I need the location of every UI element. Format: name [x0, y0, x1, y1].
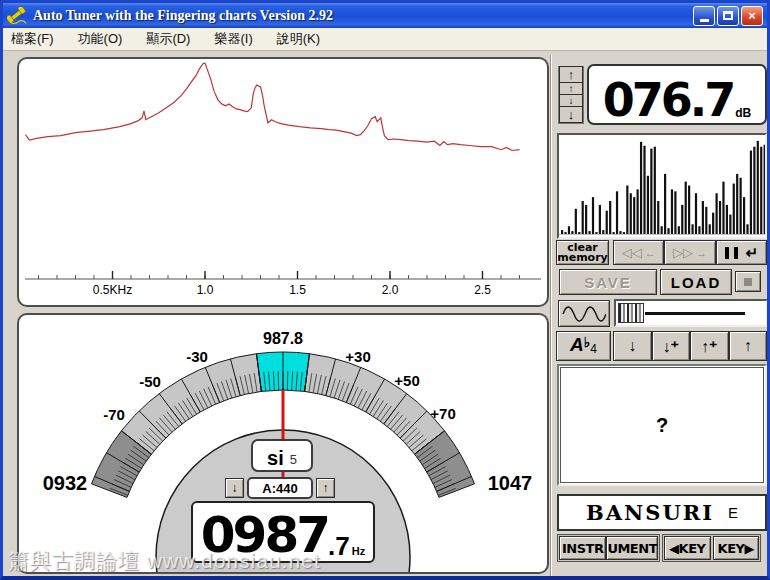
pitch-down-fine-button[interactable]: ↓⁺	[652, 331, 691, 361]
gauge-range-high: 1047	[488, 472, 533, 495]
rewind-button[interactable]: ◁◁ ←	[613, 240, 664, 265]
instrument-next-button[interactable]: UMENT	[606, 536, 658, 560]
note-octave: 5	[290, 452, 297, 467]
panel-divider	[550, 55, 552, 576]
gauge-label-minus70: -70	[103, 406, 125, 423]
gauge-range-low: 0932	[43, 472, 88, 495]
pitch-up-fine-button[interactable]: ↑⁺	[690, 331, 729, 361]
maximize-button[interactable]	[717, 6, 739, 26]
phone-icon	[7, 7, 27, 25]
close-button[interactable]: ×	[741, 6, 763, 26]
title-bar: Auto Tuner with the Fingering charts Ver…	[3, 3, 767, 28]
pitch-step-controls: ↓ ↓⁺ ↑⁺ ↑	[613, 331, 767, 361]
flat-icon: ♭	[584, 334, 591, 350]
level-history-graph	[557, 133, 767, 239]
db-level-display: 076.7 dB	[587, 64, 767, 125]
reference-pitch-display: A:440	[247, 477, 313, 499]
level-history-bars	[559, 135, 765, 237]
menu-instrument[interactable]: 樂器(I)	[214, 30, 252, 48]
svg-text:1.0: 1.0	[197, 283, 214, 297]
close-icon: ×	[748, 8, 756, 23]
tone-octave: 4	[590, 342, 597, 356]
frequency-unit: Hz	[352, 545, 365, 557]
pause-button[interactable]: ↵	[716, 240, 767, 265]
svg-text:1.5: 1.5	[289, 283, 306, 297]
rewind-icon: ◁◁	[622, 245, 642, 260]
pitch-down-button[interactable]: ↓	[613, 331, 652, 361]
svg-text:2.0: 2.0	[382, 283, 399, 297]
sine-wave-icon	[562, 304, 606, 324]
instrument-prev-button[interactable]: INSTR	[559, 536, 606, 560]
minimize-button[interactable]	[693, 6, 715, 26]
watermark: 簫與古調論壇 www.donsiau.net	[8, 547, 321, 575]
load-button[interactable]: LOAD	[660, 269, 732, 295]
fingering-chart-panel: ?	[557, 364, 767, 486]
gauge-label-plus30: +30	[345, 348, 370, 365]
pitch-up-button[interactable]: ↑	[729, 331, 768, 361]
menu-display[interactable]: 顯示(D)	[146, 30, 190, 48]
transport-controls: ◁◁ ← ▷▷ → ↵	[613, 240, 767, 265]
menu-file[interactable]: 檔案(F)	[11, 30, 54, 48]
fingering-chart-placeholder: ?	[560, 367, 764, 483]
volume-slider[interactable]	[614, 299, 768, 327]
note-name: si	[267, 449, 284, 467]
reference-pitch-control: ↓ A:440 ↑	[225, 477, 339, 499]
right-panel: ↑ ↑ ↓ ↓ 076.7 dB clear memory ◁◁ ← ▷▷ →	[554, 60, 770, 577]
app-window: Auto Tuner with the Fingering charts Ver…	[0, 0, 770, 580]
tone-generator-button[interactable]	[558, 300, 610, 327]
frequency-fraction: 7	[335, 535, 349, 557]
maximize-icon	[723, 11, 733, 20]
db-value: 076.7	[603, 80, 734, 120]
instrument-display: BANSURI E	[557, 494, 767, 531]
svg-text:2.5: 2.5	[474, 283, 491, 297]
clear-memory-button[interactable]: clear memory	[556, 240, 609, 265]
spectrum-panel: 0.5KHz1.01.52.02.5	[17, 57, 549, 307]
slider-track	[645, 312, 745, 315]
db-up-fast-button[interactable]: ↑	[559, 66, 583, 83]
instrument-key: E	[728, 504, 738, 521]
minimize-icon	[700, 19, 709, 22]
pause-icon	[725, 247, 729, 259]
tone-note-button[interactable]: A ♭ 4	[556, 331, 611, 361]
gauge-target-frequency: 987.8	[263, 330, 303, 348]
tone-note: A	[570, 334, 584, 356]
slider-handle[interactable]	[618, 303, 644, 323]
gauge-label-plus70: +70	[430, 405, 455, 422]
menu-help[interactable]: 說明(K)	[277, 30, 320, 48]
menu-function[interactable]: 功能(O)	[78, 30, 123, 48]
note-name-display: si 5	[251, 439, 313, 472]
db-down-fast-button[interactable]: ↓	[559, 106, 583, 123]
rewind-arrow-icon: ←	[645, 247, 656, 259]
forward-icon: ▷▷	[673, 245, 693, 260]
frequency-dot: .	[328, 535, 335, 557]
stop-button[interactable]	[735, 271, 761, 292]
db-spinner: ↑ ↑ ↓ ↓	[558, 66, 584, 124]
return-icon: ↵	[746, 244, 759, 262]
key-button-group: ◀KEY KEY▶	[662, 534, 761, 562]
key-next-button[interactable]: KEY▶	[713, 536, 760, 560]
svg-text:0.5KHz: 0.5KHz	[93, 283, 132, 297]
reference-down-button[interactable]: ↓	[225, 478, 244, 498]
menu-bar: 檔案(F) 功能(O) 顯示(D) 樂器(I) 說明(K)	[3, 28, 767, 51]
instrument-name: BANSURI	[586, 500, 714, 525]
clear-memory-line2: memory	[557, 253, 608, 263]
save-button[interactable]: SAVE	[559, 269, 657, 295]
instrument-button-group: INSTR UMENT	[557, 534, 660, 562]
gauge-label-minus30: -30	[186, 348, 208, 365]
forward-arrow-icon: →	[696, 247, 707, 259]
reference-up-button[interactable]: ↑	[316, 478, 335, 498]
window-title: Auto Tuner with the Fingering charts Ver…	[33, 8, 333, 24]
gauge-label-minus50: -50	[139, 373, 161, 390]
forward-button[interactable]: ▷▷ →	[664, 240, 715, 265]
gauge-label-plus50: +50	[394, 372, 419, 389]
spectrum-chart: 0.5KHz1.01.52.02.5	[19, 59, 547, 305]
db-unit: dB	[735, 106, 751, 120]
stop-icon	[744, 278, 752, 286]
tuner-gauge-panel: 987.8 -30 +30 -50 +50 -70 +70 0932 1047 …	[17, 313, 549, 574]
key-prev-button[interactable]: ◀KEY	[664, 536, 711, 560]
